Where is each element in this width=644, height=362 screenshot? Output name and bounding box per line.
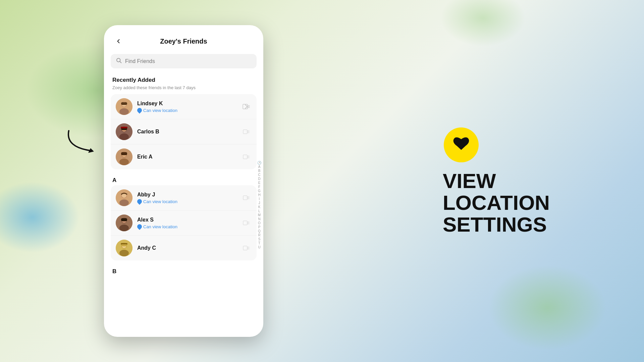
search-icon [116,57,122,65]
search-bar[interactable] [111,54,257,68]
avatar [116,98,132,115]
friend-info: Alex S Can view location [137,217,236,229]
location-dot-icon [136,198,143,205]
alpha-t[interactable]: T [258,242,261,245]
alpha-m[interactable]: M [257,214,261,217]
svg-point-34 [119,199,129,206]
alpha-j[interactable]: J [258,201,261,205]
section-a-group: Abby J Can view location [111,185,257,260]
svg-point-62 [463,148,468,153]
svg-rect-45 [243,221,247,225]
svg-rect-27 [121,152,127,155]
svg-point-51 [119,250,129,256]
avatar [116,215,132,231]
back-button[interactable] [112,35,124,47]
avatar [116,148,132,165]
list-item[interactable]: Alex S Can view location [111,210,257,236]
svg-point-60 [453,148,459,153]
friend-name: Abby J [137,191,236,198]
recently-added-label: Recently Added [104,73,263,85]
friend-name: Alex S [137,217,236,224]
location-status: Can view location [137,224,236,229]
list-item[interactable]: Eric A [111,144,257,169]
friend-info: Carlos B [137,128,236,135]
page-title: Zoey's Friends [124,38,243,45]
friend-name: Eric A [137,154,236,161]
list-item[interactable]: Andy C [111,236,257,260]
alpha-u[interactable]: U [257,246,261,249]
friend-info: Andy C [137,245,236,252]
location-status: Can view location [137,108,236,113]
avatar [116,123,132,140]
avatar [116,189,132,206]
svg-rect-18 [121,127,127,128]
phone-frame: Zoey's Friends Recently Added Zoey added… [104,25,263,337]
svg-rect-44 [121,218,127,221]
friend-action-button[interactable] [241,152,252,162]
svg-rect-28 [243,155,247,159]
friends-list: Recently Added Zoey added these friends … [104,73,263,337]
alpha-l[interactable]: L [258,209,261,213]
alpha-f[interactable]: F [258,185,261,189]
friend-action-button[interactable] [241,243,252,253]
location-label: Can view location [143,108,177,113]
svg-rect-19 [243,130,247,134]
friend-info: Lindsey K Can view location [137,100,236,113]
location-label: Can view location [143,199,177,204]
friend-name: Andy C [137,245,236,252]
alpha-a[interactable]: A [258,165,261,169]
recently-added-group: Lindsey K Can view location [111,94,257,169]
alpha-i[interactable]: I [258,197,261,201]
alpha-k[interactable]: K [258,205,261,209]
alphabet-index: 🕐 A B C D E F G H I J K L M N O P Q R S [257,73,262,337]
svg-point-15 [119,133,129,140]
alpha-s[interactable]: S [258,238,261,241]
friend-action-button[interactable] [241,218,252,228]
friend-action-button[interactable] [241,126,252,137]
friend-name: Carlos B [137,128,236,135]
avatar [116,240,132,256]
alpha-h[interactable]: H [257,193,261,197]
svg-point-25 [119,159,129,165]
alpha-d[interactable]: D [257,177,261,181]
alpha-o[interactable]: O [257,222,261,225]
alpha-q[interactable]: Q [257,230,261,233]
svg-point-42 [119,225,129,231]
svg-rect-7 [121,102,127,105]
svg-line-2 [120,61,121,63]
svg-rect-36 [243,196,247,200]
view-location-title: VIEW LOCATION SETTINGS [443,170,577,235]
location-dot-icon [136,223,143,230]
alpha-g[interactable]: G [257,189,261,193]
alpha-c[interactable]: C [257,173,261,177]
alpha-clock[interactable]: 🕐 [257,161,262,165]
location-label: Can view location [143,224,177,229]
friend-action-button[interactable] [241,101,252,112]
svg-rect-55 [243,246,247,250]
svg-rect-54 [121,244,127,246]
right-panel: VIEW LOCATION SETTINGS [443,126,577,235]
location-status: Can view location [137,199,236,204]
list-item[interactable]: Abby J Can view location [111,185,257,210]
section-header-a: A [104,174,263,185]
section-header-b: B [104,265,263,277]
friend-info: Eric A [137,154,236,161]
list-item[interactable]: Lindsey K Can view location [111,94,257,119]
alpha-b[interactable]: B [258,169,261,173]
alpha-e[interactable]: E [258,181,261,185]
svg-point-5 [119,108,129,115]
recently-added-sublabel: Zoey added these friends in the last 7 d… [104,85,263,94]
friend-info: Abby J Can view location [137,191,236,204]
svg-point-61 [452,155,460,160]
location-dot-icon [136,107,143,114]
list-item[interactable]: Carlos B [111,119,257,144]
friend-action-button[interactable] [241,192,252,203]
alpha-p[interactable]: P [258,226,261,229]
alpha-r[interactable]: R [257,234,261,237]
svg-point-63 [462,155,470,160]
friends-heart-icon [443,126,480,163]
alpha-n[interactable]: N [257,218,261,221]
friend-name: Lindsey K [137,100,236,107]
search-input[interactable] [125,58,252,64]
header: Zoey's Friends [104,25,263,52]
